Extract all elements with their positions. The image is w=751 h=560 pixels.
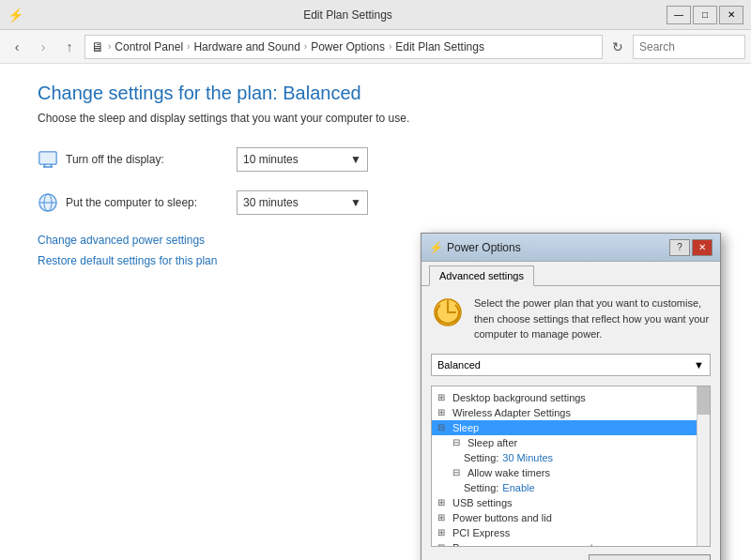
tree-item-usb[interactable]: ⊞ USB settings [437,495,691,510]
expand-icon: ⊞ [437,392,449,402]
breadcrumb-control-panel[interactable]: Control Panel [115,40,183,53]
window-controls: — □ ✕ [667,6,743,24]
expand-icon: ⊟ [437,422,449,432]
tree-value: 30 Minutes [502,452,553,463]
sleep-label: Put the computer to sleep: [66,196,197,209]
tree-label: Power buttons and lid [452,512,552,523]
breadcrumb-icon: 🖥 [91,39,104,54]
expand-icon: ⊞ [437,512,449,522]
tree-item-wake-timers[interactable]: ⊟ Allow wake timers [437,465,691,480]
plan-dropdown[interactable]: Balanced ▼ [431,354,711,376]
dialog-body: Select the power plan that you want to c… [421,286,720,560]
dialog-info: Select the power plan that you want to c… [431,295,711,342]
forward-button[interactable]: › [32,36,54,58]
chevron-down-icon: ▼ [350,153,361,166]
tab-advanced-settings[interactable]: Advanced settings [429,265,534,286]
window-title: Edit Plan Settings [29,8,667,22]
tree-label: PCI Express [452,527,510,538]
restore-btn-row: Restore plan defaults [431,554,711,561]
tree-value: Enable [502,482,534,493]
display-dropdown[interactable]: 10 minutes ▼ [237,147,368,172]
page-subtitle: Choose the sleep and display settings th… [38,112,713,125]
dialog-tabs: Advanced settings [421,262,720,286]
expand-icon: ⊟ [452,437,464,447]
dialog-help-button[interactable]: ? [669,239,690,256]
back-button[interactable]: ‹ [6,36,28,58]
tree-label: Desktop background settings [452,392,586,403]
dropdown-chevron-icon: ▼ [694,359,704,371]
restore-plan-defaults-button[interactable]: Restore plan defaults [589,554,711,561]
expand-icon: ⊞ [437,497,449,507]
tree-item-sleep-after-setting[interactable]: Setting: 30 Minutes [437,450,691,465]
app-icon: ⚡ [8,8,23,23]
tree-label: Wireless Adapter Settings [452,407,571,418]
breadcrumb-power-options[interactable]: Power Options [311,40,385,53]
close-button[interactable]: ✕ [719,6,743,24]
sleep-dropdown[interactable]: 30 minutes ▼ [237,190,368,215]
tree-content: ⊞ Desktop background settings ⊞ Wireless… [432,386,710,547]
maximize-button[interactable]: □ [693,6,717,24]
search-input[interactable] [633,35,745,59]
dialog-controls: ? ✕ [669,239,713,256]
tree-item-wake-timers-setting[interactable]: Setting: Enable [437,480,691,495]
expand-icon: ⊞ [437,527,449,537]
expand-icon: ⊞ [437,407,449,417]
tree-item-wireless[interactable]: ⊞ Wireless Adapter Settings [437,405,691,420]
tree-scrollbar[interactable] [697,386,710,546]
svg-rect-1 [39,152,56,164]
address-bar[interactable]: 🖥 › Control Panel › Hardware and Sound ›… [84,35,603,59]
dialog-icon: ⚡ [429,241,443,254]
page-title: Change settings for the plan: Balanced [38,83,713,104]
up-button[interactable]: ↑ [58,36,81,58]
tree-item-processor[interactable]: ⊞ Processor power management [437,540,691,547]
breadcrumb-edit-plan[interactable]: Edit Plan Settings [395,40,484,53]
dialog-title-bar: ⚡ Power Options ? ✕ [421,234,720,262]
tree-label: Setting: [464,452,498,463]
tree-label: Setting: [464,482,498,493]
navigation-bar: ‹ › ↑ 🖥 › Control Panel › Hardware and S… [0,30,751,64]
minimize-button[interactable]: — [667,6,691,24]
power-options-dialog: ⚡ Power Options ? ✕ Advanced settings [421,233,721,560]
dialog-info-text: Select the power plan that you want to c… [474,295,711,342]
refresh-button[interactable]: ↻ [606,36,629,58]
sleep-setting-label: Put the computer to sleep: [38,192,225,213]
display-label: Turn off the display: [66,153,164,166]
tree-label: Sleep [452,422,479,433]
dialog-close-button[interactable]: ✕ [692,239,713,256]
sleep-setting-row: Put the computer to sleep: 30 minutes ▼ [38,190,713,215]
display-setting-label: Turn off the display: [38,149,225,170]
tree-item-sleep[interactable]: ⊟ Sleep [432,420,697,435]
sleep-icon [38,192,58,213]
tree-label: Sleep after [467,437,517,448]
display-setting-row: Turn off the display: 10 minutes ▼ [38,147,713,172]
main-content: Change settings for the plan: Balanced C… [0,64,751,560]
power-icon [431,295,465,332]
tree-label: Processor power management [452,542,593,547]
chevron-down-icon2: ▼ [350,196,361,209]
tree-label: Allow wake timers [467,467,550,478]
title-bar: ⚡ Edit Plan Settings — □ ✕ [0,0,751,30]
tree-item-power-buttons[interactable]: ⊞ Power buttons and lid [437,510,691,525]
tree-item-desktop-bg[interactable]: ⊞ Desktop background settings [437,390,691,405]
breadcrumb-hardware-sound[interactable]: Hardware and Sound [193,40,299,53]
tree-item-pci[interactable]: ⊞ PCI Express [437,525,691,540]
monitor-icon [38,149,58,170]
expand-icon: ⊞ [437,542,449,547]
tree-label: USB settings [452,497,513,508]
settings-tree[interactable]: ⊞ Desktop background settings ⊞ Wireless… [431,386,711,547]
expand-icon: ⊟ [452,467,464,477]
tree-item-sleep-after[interactable]: ⊟ Sleep after [437,435,691,450]
dialog-title: Power Options [447,241,669,254]
